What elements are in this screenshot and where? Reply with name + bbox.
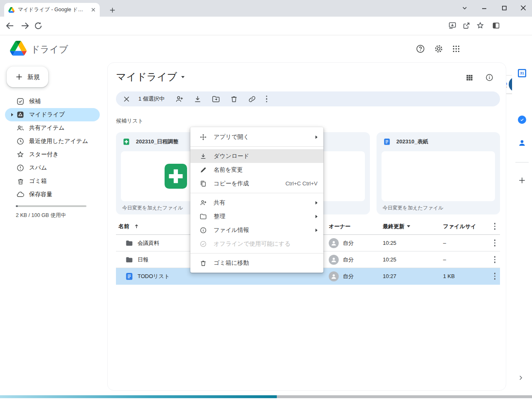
keep-icon[interactable] (518, 92, 526, 101)
calendar-icon[interactable]: 31 (518, 69, 526, 77)
side-panel-icon[interactable] (492, 21, 500, 30)
sidebar-item-shared[interactable]: 共有アイテム (5, 121, 100, 135)
sort-ascending-icon[interactable] (133, 223, 140, 229)
bottom-window-edge (277, 395, 532, 398)
file-card-footer: 今日変更を加えたファイル (377, 201, 500, 214)
toolbar-move-icon[interactable] (212, 95, 220, 103)
window-close-button[interactable] (519, 3, 528, 12)
storage-usage-text: 2 KB / 100 GB 使用中 (16, 212, 66, 219)
cloud-icon (16, 190, 25, 199)
help-icon[interactable] (416, 44, 425, 54)
hide-panel-chevron-icon[interactable] (517, 374, 525, 382)
settings-gear-icon[interactable] (434, 44, 443, 54)
grid-view-icon[interactable] (465, 73, 474, 82)
owner-avatar (329, 238, 339, 248)
offline-check-icon (200, 240, 207, 248)
sidebar-item-spam[interactable]: スパム (5, 161, 100, 175)
toolbar-download-icon[interactable] (193, 95, 202, 103)
expand-caret-icon[interactable] (11, 113, 13, 116)
column-size[interactable]: ファイルサイ (443, 223, 490, 230)
file-card[interactable]: 202310_表紙 今日変更を加えたファイル (377, 132, 500, 214)
details-info-icon[interactable] (485, 73, 494, 82)
copy-icon (200, 180, 207, 187)
window-maximize-button[interactable] (500, 4, 508, 12)
bottom-progress-strip (0, 395, 277, 398)
menu-item-rename[interactable]: 名前を変更 (190, 163, 323, 177)
column-modified[interactable]: 最終更新 (383, 223, 443, 230)
sheets-file-icon (123, 138, 130, 145)
submenu-arrow-icon (315, 201, 318, 204)
column-options-icon[interactable] (490, 223, 500, 230)
browser-address-bar: drive.google.com/drive/my-drive U (0, 17, 532, 35)
clock-icon (16, 137, 25, 145)
toolbar-more-icon[interactable] (266, 96, 268, 103)
star-icon (16, 150, 25, 159)
sidebar-item-my-drive[interactable]: マイドライブ (5, 108, 100, 121)
bookmark-star-icon[interactable] (476, 21, 485, 30)
file-thumbnail[interactable] (382, 151, 495, 201)
owner-avatar (329, 255, 339, 265)
sheets-logo-large-icon (161, 161, 191, 191)
browser-tab[interactable]: マイドライブ - Google ドライブ (4, 3, 100, 17)
selection-count: 1 個選択中 (138, 95, 165, 103)
share-person-icon (200, 199, 207, 207)
tasks-icon[interactable] (518, 116, 526, 124)
save-page-icon[interactable] (448, 21, 457, 30)
share-icon[interactable] (462, 21, 471, 30)
sidebar-item-suggested[interactable]: 候補 (5, 95, 100, 108)
new-button[interactable]: 新規 (7, 66, 48, 87)
app-name: ドライブ (31, 43, 68, 56)
toolbar-share-icon[interactable] (175, 95, 184, 103)
sidebar-item-trash[interactable]: ゴミ箱 (5, 175, 100, 188)
check-square-icon (16, 97, 25, 106)
folder-icon (125, 239, 133, 247)
menu-item-download[interactable]: ダウンロード (190, 149, 323, 163)
selection-toolbar: 1 個選択中 (116, 91, 500, 106)
open-with-icon (200, 133, 207, 141)
menu-item-move-to-trash[interactable]: ゴミ箱に移動 (190, 256, 323, 270)
tab-close-icon[interactable] (90, 7, 96, 13)
drive-favicon-icon (8, 7, 15, 13)
toolbar-trash-icon[interactable] (230, 95, 238, 103)
sidebar-item-storage[interactable]: 保存容量 (5, 188, 100, 201)
new-tab-button[interactable] (109, 7, 116, 14)
row-more-icon[interactable] (490, 256, 500, 263)
drive-logo-icon[interactable] (10, 41, 27, 56)
sidebar-item-starred[interactable]: スター付き (5, 148, 100, 161)
toolbar-link-icon[interactable] (248, 95, 256, 103)
browser-tab-strip: マイドライブ - Google ドライブ (0, 0, 532, 17)
drive-header: ドライブ ドライブで検索 ECCS Cloud Mail Information… (0, 35, 532, 62)
add-panel-app-icon[interactable] (518, 176, 526, 185)
menu-item-file-info[interactable]: ファイル情報 (190, 223, 323, 237)
sidebar-item-recent[interactable]: 最近使用したアイテム (5, 135, 100, 148)
contacts-icon[interactable] (518, 139, 526, 147)
submenu-arrow-icon (315, 215, 318, 218)
row-more-icon[interactable] (490, 273, 500, 280)
menu-divider (190, 146, 323, 147)
submenu-arrow-icon (315, 135, 318, 139)
page-title-caret-icon[interactable] (181, 76, 185, 78)
window-minimize-button[interactable] (480, 4, 488, 12)
page-title[interactable]: マイドライブ (116, 70, 185, 84)
column-owner[interactable]: オーナー (329, 223, 383, 230)
rename-pencil-icon (200, 166, 207, 174)
menu-item-organize[interactable]: 整理 (190, 209, 323, 223)
menu-item-share[interactable]: 共有 (190, 196, 323, 209)
back-icon[interactable] (5, 21, 15, 31)
sidebar: 新規 候補 マイドライブ 共有アイテム 最近使用したアイテム スター付き (0, 62, 107, 395)
sort-caret-icon (407, 225, 410, 227)
download-icon (200, 153, 207, 160)
clear-selection-icon[interactable] (123, 95, 131, 103)
trash-icon (16, 177, 25, 185)
apps-grid-icon[interactable] (452, 44, 461, 53)
submenu-arrow-icon (315, 229, 318, 232)
reload-icon[interactable] (33, 21, 43, 31)
trash-icon (200, 259, 207, 267)
menu-shortcut: Ctrl+C Ctrl+V (286, 180, 318, 187)
spam-icon (16, 164, 25, 172)
forward-icon[interactable] (20, 21, 30, 31)
menu-item-open-with[interactable]: アプリで開く (190, 130, 323, 144)
tab-search-chevron-icon[interactable] (461, 4, 469, 12)
row-more-icon[interactable] (490, 239, 500, 246)
menu-item-make-copy[interactable]: コピーを作成 Ctrl+C Ctrl+V (190, 177, 323, 190)
